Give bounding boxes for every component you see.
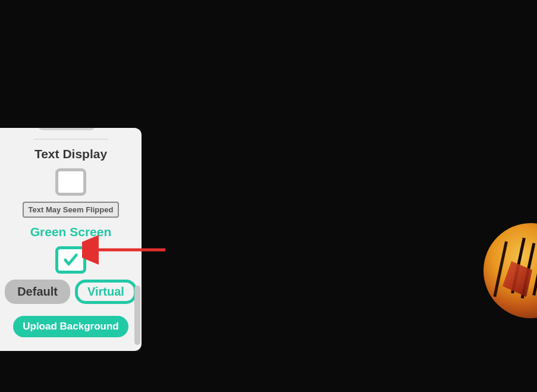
face-filters-title: Face Filters! bbox=[0, 348, 142, 351]
green-screen-checkbox[interactable] bbox=[55, 246, 86, 274]
partial-previous-control bbox=[38, 128, 95, 130]
green-screen-title: Green Screen bbox=[0, 225, 142, 239]
settings-panel: Text Display Text May Seem Flipped Green… bbox=[0, 128, 142, 351]
text-display-checkbox[interactable] bbox=[55, 168, 86, 196]
mode-virtual-button[interactable]: Virtual bbox=[75, 280, 137, 304]
green-screen-mode-toggle: Default Virtual bbox=[0, 280, 142, 304]
check-icon bbox=[62, 252, 79, 268]
mode-default-button[interactable]: Default bbox=[5, 280, 70, 304]
divider bbox=[34, 139, 108, 140]
text-display-title: Text Display bbox=[0, 147, 142, 161]
avatar bbox=[483, 223, 537, 318]
text-flip-hint: Text May Seem Flipped bbox=[23, 202, 120, 218]
upload-background-button[interactable]: Upload Background bbox=[13, 316, 128, 337]
panel-scroll-area[interactable]: Text Display Text May Seem Flipped Green… bbox=[0, 128, 142, 351]
scrollbar-thumb[interactable] bbox=[134, 286, 140, 345]
